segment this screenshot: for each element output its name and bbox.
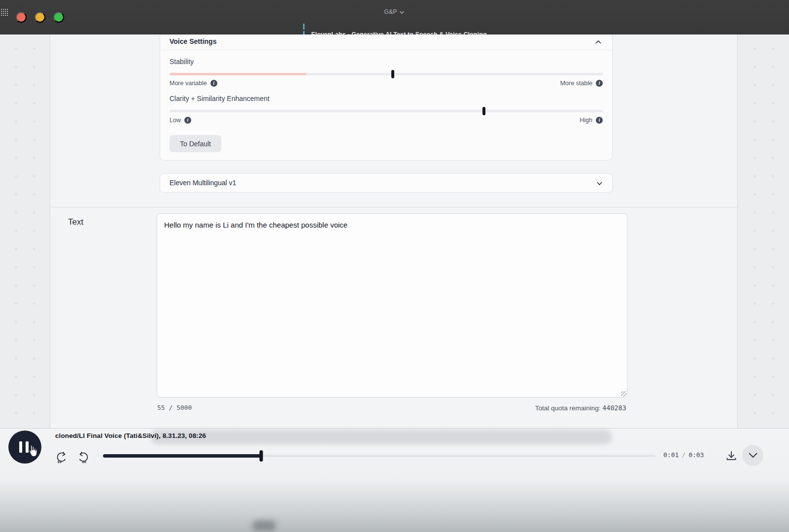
titlebar: G&P ElevenLabs - Generative AI Text to S… [0,0,789,34]
current-time: 0:01 [663,451,679,459]
character-count: 55 / 5000 [157,404,192,411]
chevron-down-icon [596,180,603,189]
player-track-title: cloned/LI Final Voice (Tati&Silvi), 8.31… [55,432,206,439]
info-icon[interactable]: i [596,80,603,87]
hand-cursor-icon [27,444,38,459]
download-icon [725,449,738,462]
text-section-label: Text [68,217,83,227]
main-content: Voice Settings Stability More variablei … [50,34,738,428]
workspace: ++++++++++++++++++++++++++++++++++++++++… [0,34,789,428]
voice-settings-title: Voice Settings [170,37,216,45]
total-time: 0:03 [688,451,704,459]
info-icon[interactable]: i [596,117,603,124]
plus-pattern-left: ++++++++++++++++++++++++++++++++++++++++… [7,34,46,428]
high-label: High [580,117,592,124]
seek-bar-thumb[interactable] [259,450,263,462]
chevron-up-icon[interactable] [594,38,602,46]
quota-remaining: Total quota remaining: 440283 [535,404,626,412]
model-select[interactable]: Eleven Multilingual v1 [160,173,613,193]
svg-text:10: 10 [57,460,62,464]
seek-bar[interactable] [103,455,655,457]
info-icon[interactable]: i [210,80,217,87]
time-separator: / [679,451,688,459]
elevenlabs-favicon-icon [302,24,307,30]
download-button[interactable] [723,448,739,464]
speech-text-input[interactable]: Hello my name is Li and I'm the cheapest… [157,213,627,398]
time-display: 0:01/0:03 [663,451,704,459]
forward-10-button[interactable]: 10 [76,450,90,465]
chevron-down-icon [748,452,758,459]
section-divider [50,207,737,207]
clarity-label: Clarity + Similarity Enhancement [170,95,270,102]
rewind-10-button[interactable]: 10 [55,450,69,465]
audio-player-bar: cloned/LI Final Voice (Tati&Silvi), 8.31… [0,428,789,532]
low-label: Low [170,117,181,124]
chevron-down-icon [399,10,405,14]
window-title-label: G&P [384,8,397,15]
more-variable-label: More variable [170,80,207,87]
stability-slider[interactable] [170,73,603,75]
seek-bar-fill [103,454,261,458]
model-select-value: Eleven Multilingual v1 [170,179,236,187]
window-title[interactable]: G&P [0,8,789,15]
clarity-slider-thumb[interactable] [482,107,485,115]
textarea-resize-handle[interactable] [621,391,626,397]
video-overlay-smudge [252,520,276,531]
voice-settings-panel: Voice Settings Stability More variablei … [160,34,613,161]
more-stable-label: More stable [560,80,592,87]
info-icon[interactable]: i [184,117,191,124]
plus-pattern-right: ++++++++++++++++++++++++++++++++++++++++… [746,34,785,428]
blurred-region [150,430,612,444]
clarity-slider[interactable] [170,110,603,112]
stability-label: Stability [170,58,194,66]
screen: G&P ElevenLabs - Generative AI Text to S… [0,0,789,532]
quota-value: 440283 [602,404,626,412]
collapse-player-button[interactable] [742,445,763,466]
pause-button[interactable] [8,431,41,464]
stability-slider-thumb[interactable] [391,70,394,78]
svg-text:10: 10 [82,460,86,464]
to-default-button[interactable]: To Default [170,135,221,152]
stability-slider-fill [170,73,307,75]
voice-settings-header[interactable]: Voice Settings [160,34,612,50]
